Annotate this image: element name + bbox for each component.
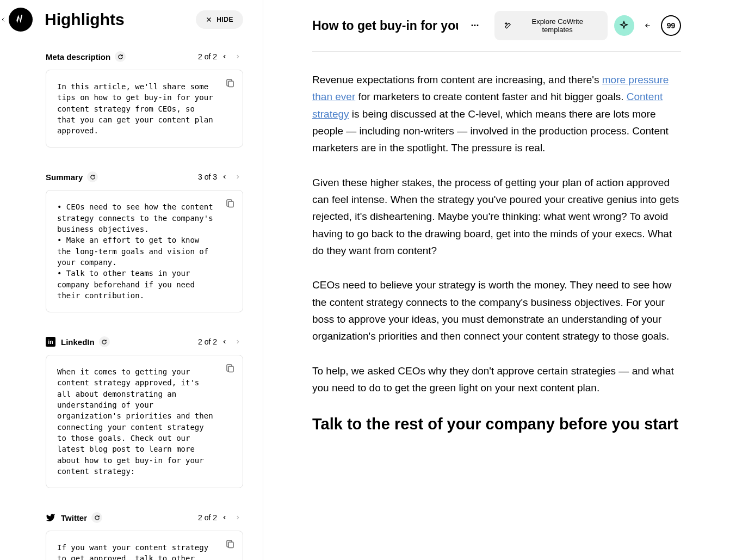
linkedin-card: When it comes to getting your content st… xyxy=(46,355,243,488)
svg-rect-1 xyxy=(228,201,233,207)
refresh-icon[interactable] xyxy=(87,171,98,182)
meta-content: In this article, we'll share some tips o… xyxy=(57,81,215,136)
copy-icon[interactable] xyxy=(225,539,235,549)
meta-card: In this article, we'll share some tips o… xyxy=(46,70,243,147)
meta-pager: 2 of 2 xyxy=(198,51,243,62)
explore-templates-button[interactable]: Explore CoWrite templates xyxy=(494,11,608,40)
twitter-card: If you want your content strategy to get… xyxy=(46,531,243,560)
prev-button[interactable] xyxy=(219,171,230,182)
summary-content: • CEOs need to see how the content strat… xyxy=(57,201,215,301)
copy-icon[interactable] xyxy=(225,198,235,208)
pager-text: 2 of 2 xyxy=(198,337,217,346)
paragraph: CEOs need to believe your strategy is wo… xyxy=(312,276,681,344)
linkedin-pager: 2 of 2 xyxy=(198,336,243,347)
paragraph: Revenue expectations from content are in… xyxy=(312,71,681,157)
summary-section: Summary 3 of 3 • CEOs need to see how th… xyxy=(46,171,243,312)
refresh-icon[interactable] xyxy=(99,336,110,347)
prev-button[interactable] xyxy=(219,51,230,62)
heading: Talk to the rest of your company before … xyxy=(312,414,681,434)
hide-label: HIDE xyxy=(216,16,233,23)
linkedin-section: in LinkedIn 2 of 2 When it comes to gett… xyxy=(46,336,243,488)
explore-label: Explore CoWrite templates xyxy=(517,17,598,34)
score-badge[interactable]: 99 xyxy=(661,15,681,36)
paragraph: Given these higher stakes, the process o… xyxy=(312,174,681,260)
pager-text: 3 of 3 xyxy=(198,173,217,181)
section-header: Meta description 2 of 2 xyxy=(46,51,243,62)
sparkle-icon xyxy=(619,21,629,30)
svg-rect-4 xyxy=(228,366,233,372)
sparkle-button[interactable] xyxy=(614,15,634,36)
hide-button[interactable]: HIDE xyxy=(196,10,243,29)
section-header: Summary 3 of 3 xyxy=(46,171,243,182)
twitter-icon xyxy=(46,513,55,522)
meta-section: Meta description 2 of 2 In this article,… xyxy=(46,51,243,147)
prev-button[interactable] xyxy=(219,512,230,523)
document-title[interactable]: How to get buy-in for you xyxy=(312,19,458,33)
pager-text: 2 of 2 xyxy=(198,52,217,61)
next-button[interactable] xyxy=(232,171,243,182)
svg-rect-0 xyxy=(228,81,233,87)
more-button[interactable]: ··· xyxy=(471,21,481,30)
summary-pager: 3 of 3 xyxy=(198,171,243,182)
twitter-section: Twitter 2 of 2 If you want your content … xyxy=(46,512,243,560)
highlights-panel: Highlights HIDE Meta description 2 of 2 … xyxy=(0,0,263,560)
section-title: Meta description xyxy=(46,52,110,61)
prev-button[interactable] xyxy=(219,336,230,347)
linkedin-content: When it comes to getting your content st… xyxy=(57,366,215,477)
pager-text: 2 of 2 xyxy=(198,513,217,522)
svg-text:in: in xyxy=(48,339,53,345)
next-button[interactable] xyxy=(232,51,243,62)
section-header: in LinkedIn 2 of 2 xyxy=(46,336,243,347)
summary-card: • CEOs need to see how the content strat… xyxy=(46,190,243,312)
document-body[interactable]: Revenue expectations from content are in… xyxy=(312,71,681,560)
copy-icon[interactable] xyxy=(225,363,235,373)
close-icon xyxy=(206,16,212,23)
refresh-icon[interactable] xyxy=(91,512,102,523)
document-panel: How to get buy-in for you ··· Explore Co… xyxy=(263,0,730,560)
section-title: Twitter xyxy=(61,513,87,522)
linkedin-icon: in xyxy=(46,337,55,347)
paragraph: To help, we asked CEOs why they don't ap… xyxy=(312,362,681,397)
wand-icon xyxy=(504,22,511,29)
next-button[interactable] xyxy=(232,336,243,347)
document-header: How to get buy-in for you ··· Explore Co… xyxy=(312,0,681,52)
twitter-pager: 2 of 2 xyxy=(198,512,243,523)
app-logo[interactable] xyxy=(9,8,33,32)
section-title: Summary xyxy=(46,173,83,182)
copy-icon[interactable] xyxy=(225,78,235,88)
back-arrow-icon[interactable] xyxy=(0,16,7,23)
back-arrow-icon[interactable] xyxy=(644,22,652,29)
highlights-header: Highlights HIDE xyxy=(0,8,243,32)
svg-rect-5 xyxy=(228,542,233,548)
section-header: Twitter 2 of 2 xyxy=(46,512,243,523)
highlights-title: Highlights xyxy=(45,10,196,29)
section-title: LinkedIn xyxy=(61,337,95,347)
next-button[interactable] xyxy=(232,512,243,523)
refresh-icon[interactable] xyxy=(115,51,126,62)
twitter-content: If you want your content strategy to get… xyxy=(57,542,215,560)
